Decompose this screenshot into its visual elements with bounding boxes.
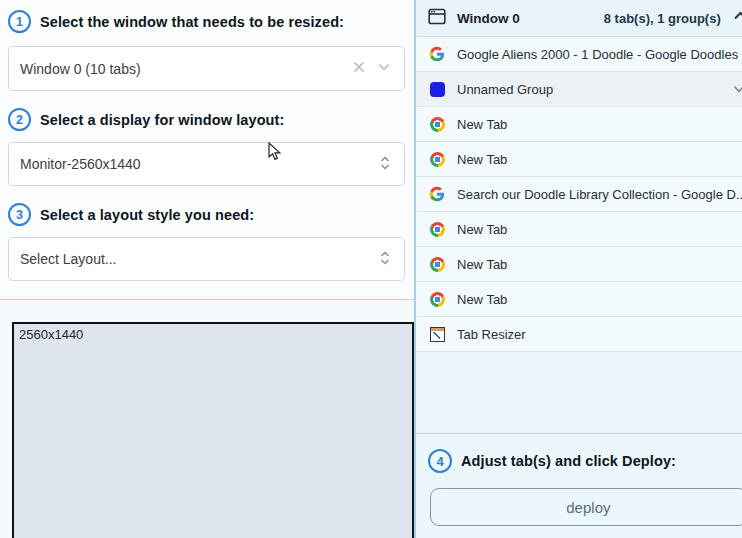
google-favicon <box>429 46 445 62</box>
step-4-badge: 4 <box>428 449 452 473</box>
clear-icon[interactable] <box>351 59 367 78</box>
window-icon <box>428 8 446 29</box>
left-pane: 1 Select the window that needs to be res… <box>0 0 414 538</box>
step-4-label: Adjust tab(s) and click Deploy: <box>461 453 676 469</box>
deploy-section: 4 Adjust tab(s) and click Deploy: deploy <box>416 433 742 538</box>
display-select[interactable]: Monitor-2560x1440 <box>8 142 405 186</box>
step-3-row: 3 Select a layout style you need: <box>8 203 405 226</box>
panel-spacer <box>416 352 742 433</box>
tab-group-count: 8 tab(s), 1 group(s) <box>604 11 721 26</box>
tab-row[interactable]: Search our Doodle Library Collection - G… <box>416 177 742 212</box>
window-select[interactable]: Window 0 (10 tabs) <box>8 46 405 91</box>
collapse-chevron-up-icon[interactable] <box>732 8 742 28</box>
step-2-badge: 2 <box>8 108 31 131</box>
group-color-swatch <box>429 81 445 97</box>
tab-title: Google Aliens 2000 - 1 Doodle - Google D… <box>457 47 738 62</box>
chrome-favicon <box>429 291 445 307</box>
step-2-label: Select a display for window layout: <box>40 112 284 128</box>
chrome-favicon <box>429 221 445 237</box>
tab-row[interactable]: New Tab <box>416 212 742 247</box>
step-2-row: 2 Select a display for window layout: <box>8 108 405 131</box>
layout-select[interactable]: Select Layout... <box>8 237 405 281</box>
tab-resizer-app: 1 Select the window that needs to be res… <box>0 0 742 538</box>
display-select-value: Monitor-2560x1440 <box>20 156 378 172</box>
tab-row[interactable]: New Tab <box>416 107 742 142</box>
step-4-row: 4 Adjust tab(s) and click Deploy: <box>428 449 742 473</box>
window-title: Window 0 <box>457 11 520 26</box>
chrome-favicon <box>429 256 445 272</box>
updown-stepper-icon <box>378 250 392 269</box>
tab-title: New Tab <box>457 222 507 237</box>
tab-title: Tab Resizer <box>457 327 526 342</box>
monitor-resolution-label: 2560x1440 <box>14 324 412 342</box>
google-favicon <box>429 186 445 202</box>
tab-row[interactable]: Tab Resizer <box>416 317 742 352</box>
step-1-row: 1 Select the window that needs to be res… <box>8 10 405 33</box>
updown-stepper-icon <box>378 155 392 174</box>
window-panel: Window 0 8 tab(s), 1 group(s) Google Ali… <box>414 0 742 538</box>
tab-title: Search our Doodle Library Collection - G… <box>457 187 742 202</box>
controls-section: 1 Select the window that needs to be res… <box>0 0 414 300</box>
chevron-down-icon[interactable] <box>376 59 392 78</box>
step-3-label: Select a layout style you need: <box>40 207 254 223</box>
tab-row[interactable]: New Tab <box>416 142 742 177</box>
group-row[interactable]: Unnamed Group <box>416 72 742 107</box>
step-1-label: Select the window that needs to be resiz… <box>40 14 344 30</box>
chrome-favicon <box>429 151 445 167</box>
monitor-preview: 2560x1440 <box>12 322 414 538</box>
window-select-value: Window 0 (10 tabs) <box>20 61 351 77</box>
tab-row[interactable]: New Tab <box>416 247 742 282</box>
chrome-favicon <box>429 116 445 132</box>
preview-section: 2560x1440 <box>0 300 414 538</box>
tab-title: New Tab <box>457 152 507 167</box>
tab-row[interactable]: New Tab <box>416 282 742 317</box>
tab-title: New Tab <box>457 257 507 272</box>
step-3-badge: 3 <box>8 203 31 226</box>
tab-resizer-favicon <box>429 326 445 342</box>
tab-row[interactable]: Google Aliens 2000 - 1 Doodle - Google D… <box>416 37 742 72</box>
step-1-badge: 1 <box>8 10 31 33</box>
tab-title: New Tab <box>457 117 507 132</box>
layout-select-value: Select Layout... <box>20 251 378 267</box>
tab-title: New Tab <box>457 292 507 307</box>
chevron-down-icon[interactable] <box>731 81 742 97</box>
window-panel-header[interactable]: Window 0 8 tab(s), 1 group(s) <box>416 0 742 37</box>
group-title: Unnamed Group <box>457 82 553 97</box>
deploy-button[interactable]: deploy <box>430 488 742 526</box>
